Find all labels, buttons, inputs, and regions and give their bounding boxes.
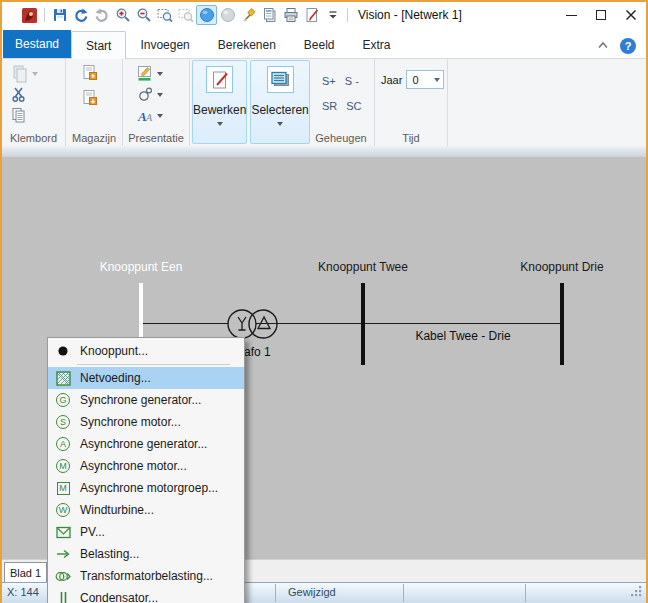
- capacitor-icon: [55, 590, 71, 603]
- pin-button[interactable]: [238, 5, 259, 25]
- resize-grip[interactable]: [630, 585, 643, 601]
- tab-start[interactable]: Start: [71, 31, 126, 59]
- zoom-out-button[interactable]: [133, 5, 154, 25]
- node-label-knooppunt-twee: Knooppunt Twee: [318, 260, 408, 274]
- toolbar-options-dropdown[interactable]: [322, 5, 343, 25]
- menu-item-condensator[interactable]: Condensator...: [48, 587, 244, 603]
- square-m-icon: M: [55, 480, 71, 496]
- statusbar-separator: [525, 584, 526, 602]
- node-presentation-button[interactable]: [123, 84, 189, 105]
- zoom-region-button[interactable]: [175, 5, 196, 25]
- undo-button[interactable]: [70, 5, 91, 25]
- menu-item-asynchrone-generator[interactable]: A Asynchrone generator...: [48, 433, 244, 455]
- bewerken-label: Bewerken: [193, 103, 246, 117]
- paste-button[interactable]: [2, 63, 65, 84]
- memory-splus-button[interactable]: S+: [322, 75, 336, 87]
- pan-ball-active-button[interactable]: [196, 5, 217, 25]
- draw-style-button[interactable]: [123, 63, 189, 84]
- ribbon-group-tijd: Jaar 0 Tijd: [375, 59, 448, 146]
- menu-separator: [77, 364, 230, 365]
- memory-sr-button[interactable]: SR: [322, 100, 337, 112]
- edit-icon: [206, 66, 233, 93]
- maximize-button[interactable]: [586, 4, 616, 26]
- ribbon-tab-row: Bestand Start Invoegen Berekenen Beeld E…: [2, 28, 646, 59]
- magazijn-save-button[interactable]: [66, 88, 122, 109]
- edit-document-button[interactable]: [301, 5, 322, 25]
- modified-status: Gewijzigd: [288, 586, 336, 598]
- ribbon-group-klembord: Klembord: [2, 59, 66, 146]
- toolbar-separator: [44, 8, 45, 22]
- bewerken-button[interactable]: Bewerken: [192, 60, 247, 144]
- delta-winding-symbol: [258, 317, 270, 329]
- memory-sminus-button[interactable]: S -: [345, 75, 359, 87]
- connection-line[interactable]: [141, 323, 562, 324]
- grid-source-icon: [55, 370, 71, 386]
- menu-item-belasting[interactable]: Belasting...: [48, 543, 244, 565]
- busbar-knooppunt-drie[interactable]: [560, 283, 564, 365]
- pan-ball-button[interactable]: [217, 5, 238, 25]
- ribbon-group-geheugen: S+ S - SR SC Geheugen: [308, 59, 375, 146]
- print-preview-button[interactable]: [259, 5, 280, 25]
- sheet-tab-blad1[interactable]: Blad 1: [4, 562, 47, 583]
- save-button[interactable]: [49, 5, 70, 25]
- arrow-right-icon: [55, 546, 71, 562]
- tab-bestand[interactable]: Bestand: [3, 30, 71, 58]
- node-label-knooppunt-een: Knooppunt Een: [100, 260, 183, 274]
- circle-w-icon: W: [55, 502, 71, 518]
- print-button[interactable]: [280, 5, 301, 25]
- cut-button[interactable]: [2, 84, 65, 105]
- fonts-button[interactable]: AA: [123, 105, 189, 126]
- help-icon[interactable]: ?: [620, 38, 636, 54]
- menu-item-windturbine[interactable]: W Windturbine...: [48, 499, 244, 521]
- busbar-knooppunt-twee[interactable]: [361, 283, 365, 365]
- circle-s-icon: S: [55, 414, 71, 430]
- menu-item-synchrone-motor[interactable]: S Synchrone motor...: [48, 411, 244, 433]
- collapse-ribbon-icon[interactable]: [596, 39, 610, 54]
- menu-item-synchrone-generator[interactable]: G Synchrone generator...: [48, 389, 244, 411]
- circle-g-icon: G: [55, 392, 71, 408]
- menu-item-knooppunt[interactable]: Knooppunt...: [48, 340, 244, 362]
- statusbar-separator: [403, 584, 404, 602]
- menu-item-transformatorbelasting[interactable]: Transformatorbelasting...: [48, 565, 244, 587]
- jaar-label: Jaar: [381, 74, 402, 86]
- svg-text:A: A: [145, 112, 153, 123]
- pv-panel-icon: [55, 524, 71, 540]
- transformer-load-icon: [55, 568, 71, 584]
- ribbon-group-presentatie: AA Presentatie: [123, 59, 190, 146]
- node-dot-icon: [55, 343, 71, 359]
- group-label-presentatie: Presentatie: [123, 132, 189, 144]
- select-icon: [267, 66, 294, 93]
- zoom-window-button[interactable]: [154, 5, 175, 25]
- tab-berekenen[interactable]: Berekenen: [204, 31, 290, 58]
- selecteren-button[interactable]: Selecteren: [250, 60, 309, 144]
- tab-extra[interactable]: Extra: [349, 31, 405, 58]
- close-button[interactable]: [616, 4, 646, 26]
- copy-button[interactable]: [2, 105, 65, 126]
- ribbon: Klembord Magazijn AA Pres: [2, 59, 646, 146]
- menu-item-netvoeding[interactable]: Netvoeding...: [48, 367, 244, 389]
- selecteren-label: Selecteren: [251, 103, 308, 117]
- group-label-klembord: Klembord: [2, 132, 65, 144]
- ribbon-group-edit-select: Bewerken Selecteren: [190, 59, 308, 146]
- ribbon-bottom-strip: [2, 146, 646, 157]
- circle-m-icon: M: [55, 458, 71, 474]
- zoom-in-button[interactable]: [112, 5, 133, 25]
- tab-beeld[interactable]: Beeld: [290, 31, 349, 58]
- group-label-magazijn: Magazijn: [66, 132, 122, 144]
- insert-context-menu: Knooppunt... Netvoeding... G Synchrone g…: [47, 337, 245, 603]
- minimize-button[interactable]: [556, 4, 586, 26]
- node-label-knooppunt-drie: Knooppunt Drie: [520, 260, 603, 274]
- menu-item-asynchrone-motor[interactable]: M Asynchrone motor...: [48, 455, 244, 477]
- vision-logo-icon: [19, 5, 40, 25]
- window-title: Vision - [Netwerk 1]: [358, 8, 462, 22]
- menu-item-asynchrone-motorgroep[interactable]: M Asynchrone motorgroep...: [48, 477, 244, 499]
- cable-label: Kabel Twee - Drie: [415, 329, 510, 343]
- toolbar-separator: [347, 8, 348, 22]
- menu-item-pv[interactable]: PV...: [48, 521, 244, 543]
- jaar-dropdown[interactable]: 0: [406, 70, 444, 89]
- redo-button[interactable]: [91, 5, 112, 25]
- magazijn-open-button[interactable]: [66, 63, 122, 84]
- memory-sc-button[interactable]: SC: [346, 100, 361, 112]
- tab-invoegen[interactable]: Invoegen: [126, 31, 203, 58]
- statusbar-separator: [275, 584, 276, 602]
